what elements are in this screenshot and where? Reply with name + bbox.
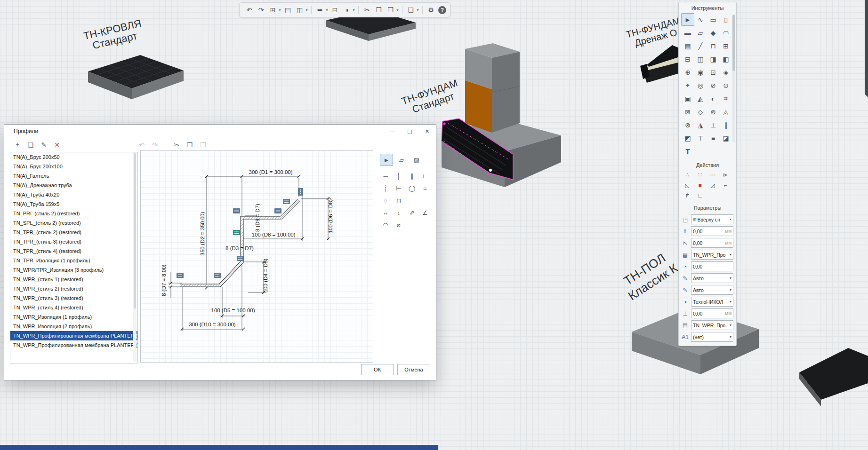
chevron-down-icon[interactable]: ▾	[730, 217, 731, 221]
paste-icon[interactable]: ❒	[385, 5, 396, 15]
profile-list-item[interactable]: TN_TPR_Изоляция (1 профиль)	[10, 256, 137, 265]
panel-tool-icon[interactable]: ◇	[694, 105, 707, 118]
parameter-field[interactable]: 0,00 мм	[691, 308, 733, 318]
panel-tool-icon[interactable]: ◪	[719, 132, 732, 144]
model-floor-slab-dark[interactable]	[799, 348, 868, 406]
redo-button[interactable]: ↷	[148, 139, 161, 150]
parameter-field[interactable]: TN_WPR_Про ▾	[691, 250, 733, 260]
profile-list-item[interactable]: TN_TPR_(стиль 2) (restored)	[10, 228, 137, 237]
profile-list-item[interactable]: TN(A)_Галтель	[10, 171, 137, 181]
action-icon[interactable]: ∴	[681, 170, 693, 180]
action-icon[interactable]: ■	[694, 181, 706, 190]
profile-list-item[interactable]: TN_WPR_Профилированная мембрана PLANTER …	[10, 340, 137, 350]
panel-tool-icon[interactable]: ⊘	[707, 79, 720, 92]
parameter-field[interactable]: ТехноНИКОЛ ▾	[691, 297, 733, 307]
panel-tool-icon[interactable]: ∥	[719, 118, 732, 131]
panel-tool-icon[interactable]: ▭	[707, 13, 720, 26]
parameter-field[interactable]: 0,00	[691, 261, 733, 271]
action-icon[interactable]: ◿	[707, 181, 719, 190]
dropdown-arrow-icon[interactable]: ▾	[305, 5, 309, 15]
action-icon[interactable]: ◺	[681, 181, 693, 190]
parallel-tool[interactable]: ∥	[406, 171, 418, 182]
panel-tool-icon[interactable]: ⌖	[681, 79, 694, 92]
horizontal-dim-tool[interactable]: ↔	[379, 207, 392, 218]
panel-tool-icon[interactable]: ◎	[694, 79, 707, 92]
parameter-field[interactable]: Авто ▾	[691, 273, 733, 283]
chevron-down-icon[interactable]: ▾	[730, 253, 731, 257]
profile-list-item[interactable]: TN_TPR_(стиль 4) (restored)	[10, 246, 137, 256]
panel-tool-icon[interactable]: ⊤	[694, 132, 707, 144]
dialog-titlebar[interactable]: Профили —▢✕	[4, 125, 436, 138]
profile-list-item[interactable]: TN_WPR_Изоляция (2 профиль)	[10, 322, 137, 331]
model-foundation[interactable]	[442, 43, 561, 187]
perpendicular-tool[interactable]: ∟	[419, 171, 431, 182]
region-mode-button[interactable]: ▱	[395, 154, 408, 166]
delete-profile-button[interactable]: ✕	[50, 139, 64, 150]
print-icon[interactable]: ⊟	[329, 5, 341, 15]
vertical-dim-tool[interactable]: ↕	[393, 207, 405, 218]
vline-tool[interactable]: │	[393, 171, 405, 182]
chevron-down-icon[interactable]: ▾	[730, 300, 731, 304]
undo-icon[interactable]: ↶	[243, 5, 255, 15]
redo-icon[interactable]: ↷	[255, 5, 267, 15]
render-icon[interactable]: ◑	[341, 5, 353, 15]
sheets-icon[interactable]: ❏	[405, 5, 417, 15]
text-tool[interactable]: Т	[681, 145, 694, 158]
profile-list-item[interactable]: TN_WPR_Изоляция (1 профиль)	[10, 312, 137, 322]
panel-tool-icon[interactable]: ◧	[719, 53, 732, 65]
profile-list-item[interactable]: TN(A)_Труба 159x5	[10, 199, 137, 209]
save-icon[interactable]: ◫	[294, 5, 305, 15]
panel-tool-icon[interactable]: ⊠	[681, 105, 694, 118]
panel-tool-icon[interactable]: ⊕	[681, 66, 694, 79]
profile-list-item[interactable]: TN_PRI_(стиль 2) (restored)	[10, 209, 137, 218]
radius-dim-tool[interactable]: ◠	[379, 220, 392, 230]
panel-tool-icon[interactable]: ◫	[694, 53, 707, 65]
dropdown-arrow-icon[interactable]: ▾	[278, 5, 282, 15]
cut-button[interactable]: ✂	[170, 139, 183, 150]
chevron-down-icon[interactable]: ▾	[730, 288, 731, 292]
tools-scrollbar[interactable]	[732, 15, 735, 142]
minimize-button[interactable]: —	[384, 125, 401, 138]
select-tool[interactable]: ►	[681, 13, 694, 26]
panel-tool-icon[interactable]: ◭	[694, 92, 707, 105]
profile-list-item[interactable]: TN_WPR_(стиль 1) (restored)	[10, 275, 137, 284]
action-icon[interactable]: ↱	[681, 191, 693, 200]
panel-tool-icon[interactable]: ◆	[707, 26, 720, 39]
action-icon[interactable]: ⌐	[719, 181, 731, 190]
edit-profile-button[interactable]: ✎	[37, 139, 50, 150]
copy-button[interactable]: ❐	[183, 139, 196, 150]
chevron-down-icon[interactable]: ▾	[730, 335, 731, 339]
lock-constraint-tool[interactable]: ⊓	[393, 195, 405, 206]
copy-icon[interactable]: ❐	[373, 5, 385, 15]
panel-tool-icon[interactable]: ◨	[707, 53, 720, 65]
profile-list-item[interactable]: TN(A)_Дренажная труба	[10, 181, 137, 190]
undo-button[interactable]: ↶	[135, 139, 148, 150]
panel-tool-icon[interactable]: ≡	[707, 132, 720, 144]
panel-tool-icon[interactable]: ▱	[694, 26, 707, 39]
dashed-line-tool[interactable]: ┊	[379, 183, 392, 194]
cancel-button[interactable]: Отмена	[397, 364, 430, 375]
profile-list-item[interactable]: TN_WPR_Профилированная мембрана PLANTER …	[10, 331, 137, 340]
panel-tool-icon[interactable]: ◈	[719, 66, 732, 79]
panel-tool-icon[interactable]: ⊡	[707, 66, 720, 79]
panel-tool-icon[interactable]: ▣	[681, 92, 694, 105]
model-roof-slab[interactable]	[88, 55, 184, 99]
profile-list-item[interactable]: TN_WPR/TPR_Изоляция (3 профиль)	[10, 265, 137, 275]
chevron-down-icon[interactable]: ▾	[730, 323, 731, 327]
parameter-field[interactable]: 0,00 мм	[691, 226, 733, 236]
parameter-field[interactable]: Авто ▾	[691, 285, 733, 295]
action-icon[interactable]: ⋯	[707, 170, 719, 180]
parameter-field[interactable]: TN_WPR_Про ▾	[691, 320, 733, 330]
profile-list-item[interactable]: TN_TPR_(стиль 3) (restored)	[10, 237, 137, 246]
panel-tool-icon[interactable]: ◐	[707, 92, 720, 105]
panel-tool-icon[interactable]: ⊙	[719, 79, 732, 92]
panel-tool-icon[interactable]: ◠	[719, 26, 732, 39]
panel-tool-icon[interactable]: ∿	[694, 13, 707, 26]
select-mode-button[interactable]: ►	[380, 154, 393, 166]
parameter-field[interactable]: ⊞ Вверху сп ▾	[691, 214, 733, 224]
export-icon[interactable]: ➥	[314, 5, 326, 15]
profile-list-item[interactable]: TN_WPR_(стиль 3) (restored)	[10, 293, 137, 303]
aligned-dim-tool[interactable]: ⇗	[406, 207, 418, 218]
dropdown-arrow-icon[interactable]: ▾	[352, 5, 356, 15]
dropdown-arrow-icon[interactable]: ▾	[325, 5, 329, 15]
